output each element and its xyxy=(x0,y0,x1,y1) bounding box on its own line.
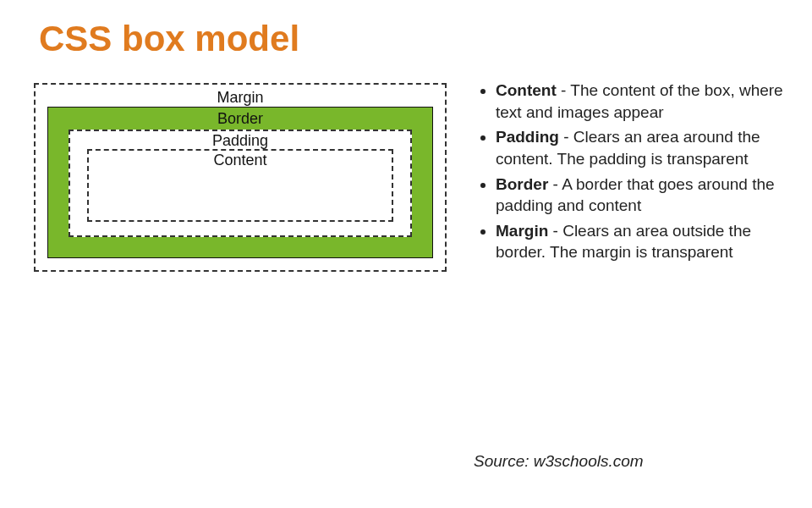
definitions-list: Content - The content of the box, where … xyxy=(474,80,795,267)
margin-box: Margin Border Padding Content xyxy=(34,83,447,272)
margin-label: Margin xyxy=(47,90,433,107)
definition-term: Margin xyxy=(496,222,548,240)
list-item: Content - The content of the box, where … xyxy=(496,80,795,123)
list-item: Margin - Clears an area outside the bord… xyxy=(496,220,795,263)
border-label: Border xyxy=(69,111,412,128)
list-item: Border - A border that goes around the p… xyxy=(496,174,795,217)
definition-term: Content xyxy=(496,81,557,99)
definition-term: Border xyxy=(496,175,548,193)
list-item: Padding - Clears an area around the cont… xyxy=(496,126,795,169)
padding-box: Padding Content xyxy=(69,130,412,238)
content-label: Content xyxy=(96,152,385,169)
box-model-diagram: Margin Border Padding Content xyxy=(34,83,447,272)
border-box: Border Padding Content xyxy=(47,107,433,258)
content-box: Content xyxy=(87,149,393,222)
definition-term: Padding xyxy=(496,128,559,146)
page-title: CSS box model xyxy=(39,19,299,59)
source-citation: Source: w3schools.com xyxy=(474,452,644,471)
padding-label: Padding xyxy=(87,133,393,150)
